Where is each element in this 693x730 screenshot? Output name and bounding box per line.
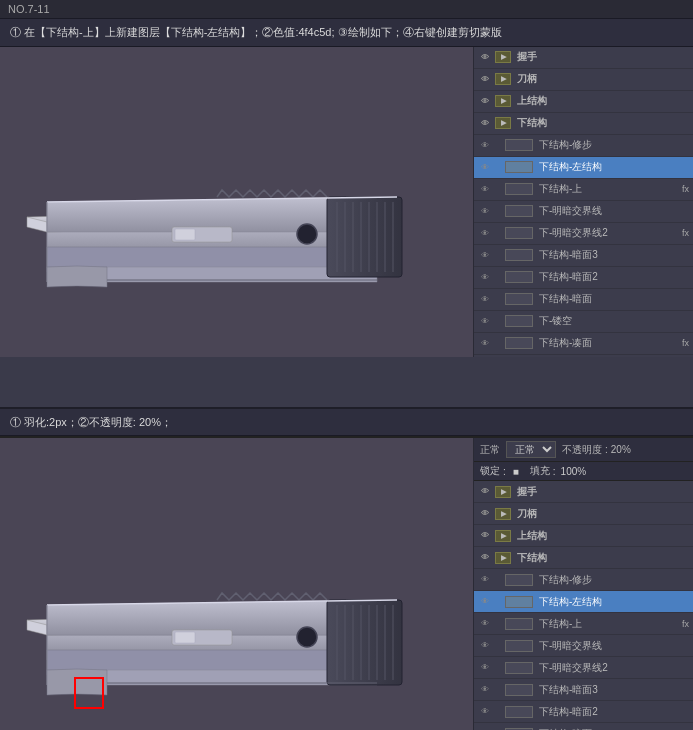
layer-item-xiajiegou_di[interactable]: 👁下结构-底fx xyxy=(474,355,693,357)
layer-type-icon-b_xia_jiaojie2 xyxy=(505,662,533,674)
layer-name-b_shouzi: 握手 xyxy=(517,485,689,499)
layer-item-b_xia_jiaojie[interactable]: 👁下-明暗交界线 xyxy=(474,635,693,657)
top-canvas-area xyxy=(0,47,473,357)
layer-visibility-xiajiegou_anmian3[interactable]: 👁 xyxy=(478,248,492,262)
layer-name-b_xiajiegou: 下结构 xyxy=(517,551,689,565)
layer-type-icon-xia_kongbai xyxy=(505,315,533,327)
layer-visibility-xiajiegou_shang[interactable]: 👁 xyxy=(478,182,492,196)
layers-toolbar: 正常 正常 不透明度: 20% xyxy=(474,438,693,462)
layer-visibility-xiajiegou_zuojiegou[interactable]: 👁 xyxy=(478,160,492,174)
layer-visibility-b_xiajiegou_shang[interactable]: 👁 xyxy=(478,617,492,631)
layer-fx-badge-xia_minganjiaojie2: fx xyxy=(682,228,689,238)
layer-item-xiajiegou_anmian2[interactable]: 👁下结构-暗面2 xyxy=(474,267,693,289)
layer-type-icon-b_xiajiegou_zuo xyxy=(505,596,533,608)
layer-visibility-b_xiajiegou_zuo[interactable]: 👁 xyxy=(478,595,492,609)
layer-fx-badge-xiajiegou_shang: fx xyxy=(682,184,689,194)
mode-label: 正常 xyxy=(480,443,500,457)
layer-fx-badge-xiajiegou_oumian: fx xyxy=(682,338,689,348)
layer-type-icon-b_xia_anmian2 xyxy=(505,706,533,718)
svg-point-9 xyxy=(297,224,317,244)
layer-name-b_xiajiegou_shang: 下结构-上 xyxy=(539,617,682,631)
layer-visibility-b_daopian1[interactable]: 👁 xyxy=(478,507,492,521)
blend-mode-select[interactable]: 正常 xyxy=(506,441,556,458)
layer-item-shouzi[interactable]: 👁▶握手 xyxy=(474,47,693,69)
layer-item-xia_kongbai[interactable]: 👁下-镂空 xyxy=(474,311,693,333)
layer-type-icon-b_shouzi: ▶ xyxy=(495,486,511,498)
opacity-value: 20% xyxy=(611,444,631,455)
layer-item-b_xiajiegou_xiu[interactable]: 👁下结构-修步 xyxy=(474,569,693,591)
layer-visibility-shouzi[interactable]: 👁 xyxy=(478,50,492,64)
layer-name-b_daopian1: 刀柄 xyxy=(517,507,689,521)
layer-visibility-xia_minganjiaojie2[interactable]: 👁 xyxy=(478,226,492,240)
layer-type-icon-b_xiajiegou: ▶ xyxy=(495,552,511,564)
layer-item-xiajiegou_anmian[interactable]: 👁下结构-暗面 xyxy=(474,289,693,311)
layer-name-xia_kongbai: 下-镂空 xyxy=(539,314,689,328)
layer-visibility-xiajiegou_anmian[interactable]: 👁 xyxy=(478,292,492,306)
layer-visibility-shangjiegou[interactable]: 👁 xyxy=(478,94,492,108)
layer-item-b_daopian1[interactable]: 👁▶刀柄 xyxy=(474,503,693,525)
layer-name-b_shangjiegou: 上结构 xyxy=(517,529,689,543)
svg-point-21 xyxy=(297,627,317,647)
layer-item-b_xia_jiaojie2[interactable]: 👁下-明暗交界线2 xyxy=(474,657,693,679)
layer-visibility-b_xiajiegou[interactable]: 👁 xyxy=(478,551,492,565)
title-bar: NO.7-11 xyxy=(0,0,693,19)
layer-item-xiajiegou_xiubu[interactable]: 👁下结构-修步 xyxy=(474,135,693,157)
layer-type-icon-xia_minganjiaojie2 xyxy=(505,227,533,239)
layer-type-icon-xiajiegou_xiubu xyxy=(505,139,533,151)
layer-item-b_xia_anmian3[interactable]: 👁下结构-暗面3 xyxy=(474,679,693,701)
layer-item-xiajiegou[interactable]: 👁▶下结构 xyxy=(474,113,693,135)
layer-item-xiajiegou_zuojiegou[interactable]: 👁下结构-左结构 xyxy=(474,157,693,179)
layer-name-xiajiegou_oumian: 下结构-凑面 xyxy=(539,336,682,350)
layer-visibility-xiajiegou_anmian2[interactable]: 👁 xyxy=(478,270,492,284)
layer-visibility-b_shangjiegou[interactable]: 👁 xyxy=(478,529,492,543)
lock-label: 锁定 xyxy=(480,464,500,478)
top-instruction-bar: ① 在【下结构-上】上新建图层【下结构-左结构】；②色值:4f4c5d; ③绘制… xyxy=(0,19,693,47)
layer-type-icon-daopian1: ▶ xyxy=(495,73,511,85)
svg-rect-11 xyxy=(175,229,195,240)
layer-name-b_xia_anmian3: 下结构-暗面3 xyxy=(539,683,689,697)
layer-name-b_xia_anmian2: 下结构-暗面2 xyxy=(539,705,689,719)
svg-rect-23 xyxy=(175,632,195,643)
layer-name-xiajiegou_xiubu: 下结构-修步 xyxy=(539,138,689,152)
layer-name-xiajiegou_shang: 下结构-上 xyxy=(539,182,682,196)
layer-item-xia_minganjiaojie2[interactable]: 👁下-明暗交界线2fx xyxy=(474,223,693,245)
layer-item-b_xia_anmian[interactable]: 👁下结构-暗面 xyxy=(474,723,693,730)
layer-visibility-b_shouzi[interactable]: 👁 xyxy=(478,485,492,499)
layer-type-icon-xiajiegou_zuojiegou xyxy=(505,161,533,173)
layer-visibility-xiajiegou[interactable]: 👁 xyxy=(478,116,492,130)
fill-row: 锁定: ■ 填充: 100% xyxy=(474,462,693,481)
layer-item-xia_minganjiaojie1[interactable]: 👁下-明暗交界线 xyxy=(474,201,693,223)
layer-visibility-b_xiajiegou_xiu[interactable]: 👁 xyxy=(478,573,492,587)
layer-type-icon-xiajiegou_anmian2 xyxy=(505,271,533,283)
layer-visibility-b_xia_anmian2[interactable]: 👁 xyxy=(478,705,492,719)
layer-visibility-xiajiegou_oumian[interactable]: 👁 xyxy=(478,336,492,350)
layer-item-b_xiajiegou[interactable]: 👁▶下结构 xyxy=(474,547,693,569)
layer-item-b_shouzi[interactable]: 👁▶握手 xyxy=(474,481,693,503)
layer-item-xiajiegou_anmian3[interactable]: 👁下结构-暗面3 xyxy=(474,245,693,267)
fill-value: 100% xyxy=(561,466,587,477)
layer-name-shangjiegou: 上结构 xyxy=(517,94,689,108)
fill-label: 填充 xyxy=(530,464,550,478)
layer-type-icon-xiajiegou_oumian xyxy=(505,337,533,349)
layer-item-b_xiajiegou_zuo[interactable]: 👁下结构-左结构 xyxy=(474,591,693,613)
layer-type-icon-xia_minganjiaojie1 xyxy=(505,205,533,217)
layer-visibility-xia_kongbai[interactable]: 👁 xyxy=(478,314,492,328)
layer-item-b_xia_anmian2[interactable]: 👁下结构-暗面2 xyxy=(474,701,693,723)
layer-visibility-b_xia_anmian3[interactable]: 👁 xyxy=(478,683,492,697)
layer-item-xiajiegou_oumian[interactable]: 👁下结构-凑面fx xyxy=(474,333,693,355)
layer-visibility-xia_minganjiaojie1[interactable]: 👁 xyxy=(478,204,492,218)
layer-item-xiajiegou_shang[interactable]: 👁下结构-上fx xyxy=(474,179,693,201)
layer-visibility-b_xia_jiaojie2[interactable]: 👁 xyxy=(478,661,492,675)
layer-visibility-xiajiegou_xiubu[interactable]: 👁 xyxy=(478,138,492,152)
layer-item-daopian1[interactable]: 👁▶刀柄 xyxy=(474,69,693,91)
layer-item-b_shangjiegou[interactable]: 👁▶上结构 xyxy=(474,525,693,547)
layer-visibility-b_xia_anmian[interactable]: 👁 xyxy=(478,727,492,731)
layer-name-b_xia_jiaojie: 下-明暗交界线 xyxy=(539,639,689,653)
layer-item-shangjiegou[interactable]: 👁▶上结构 xyxy=(474,91,693,113)
layer-type-icon-xiajiegou_anmian xyxy=(505,293,533,305)
layer-visibility-daopian1[interactable]: 👁 xyxy=(478,72,492,86)
layer-visibility-b_xia_jiaojie[interactable]: 👁 xyxy=(478,639,492,653)
layer-name-xiajiegou_anmian3: 下结构-暗面3 xyxy=(539,248,689,262)
layer-type-icon-shouzi: ▶ xyxy=(495,51,511,63)
layer-item-b_xiajiegou_shang[interactable]: 👁下结构-上fx xyxy=(474,613,693,635)
